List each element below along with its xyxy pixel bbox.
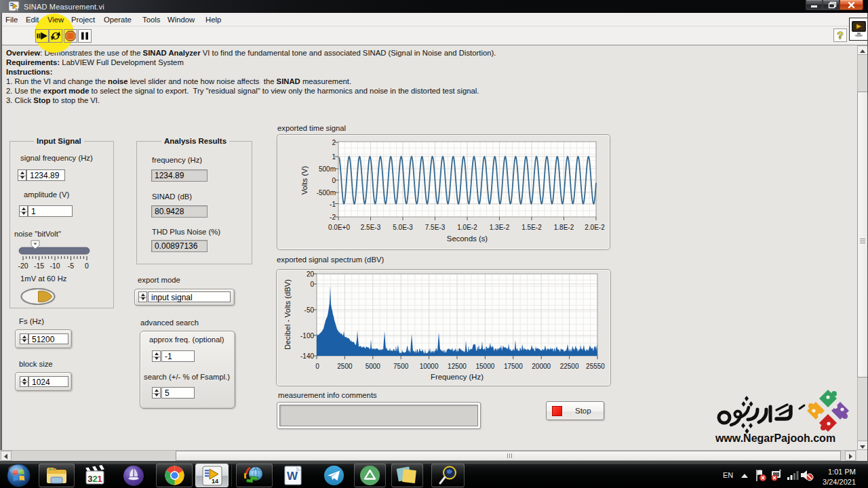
svg-text:321: 321 [87,474,102,484]
svg-text:1.5E-2: 1.5E-2 [521,224,542,231]
svg-text:-50: -50 [304,306,315,314]
svg-text:-10: -10 [50,262,60,270]
svg-text:17500: 17500 [504,363,523,370]
svg-text:0: 0 [310,281,314,288]
svg-text:2.5E-3: 2.5E-3 [361,224,381,231]
svg-text:W: W [287,470,298,483]
svg-text:-1: -1 [330,201,336,208]
svg-text:?: ? [837,29,843,41]
svg-text:20000: 20000 [532,363,551,370]
svg-text:25550: 25550 [586,363,605,370]
svg-text:7500: 7500 [393,363,409,370]
svg-text:1.8E-2: 1.8E-2 [554,224,574,231]
svg-text:Seconds (s): Seconds (s) [447,235,488,243]
svg-text:20: 20 [307,270,315,278]
svg-text:0: 0 [85,262,89,270]
svg-text:1: 1 [332,153,336,161]
svg-text:-140: -140 [300,352,314,360]
svg-text:0: 0 [332,177,336,184]
svg-text:7.5E-3: 7.5E-3 [425,224,446,231]
svg-text:2.0E-2: 2.0E-2 [585,224,605,231]
svg-text:1.0E-2: 1.0E-2 [457,224,477,231]
svg-text:Decibel - Volts (dBV): Decibel - Volts (dBV) [283,279,292,350]
svg-text:-15: -15 [34,262,44,270]
svg-text:14: 14 [15,7,20,12]
svg-text:0.0E+0: 0.0E+0 [328,224,350,231]
svg-text:0: 0 [315,363,319,370]
svg-text:12500: 12500 [448,363,467,370]
svg-text:22500: 22500 [560,363,579,370]
svg-text:-500m: -500m [317,189,336,197]
svg-text:Volts (V): Volts (V) [300,165,309,195]
svg-text:5000: 5000 [366,363,381,370]
svg-text:10000: 10000 [420,363,439,370]
svg-text:-20: -20 [18,262,28,270]
svg-text:15000: 15000 [475,363,494,370]
svg-text:5.0E-3: 5.0E-3 [393,224,413,231]
svg-text:14: 14 [212,478,218,485]
svg-text:-2: -2 [330,214,336,221]
svg-text:2: 2 [332,139,336,146]
svg-text:Frequency (Hz): Frequency (Hz) [431,373,484,381]
svg-text:-5: -5 [68,262,74,270]
svg-text:500m: 500m [319,165,336,173]
svg-text:1.3E-2: 1.3E-2 [490,224,510,231]
svg-text:-100: -100 [300,332,314,340]
svg-text:2500: 2500 [337,363,353,370]
